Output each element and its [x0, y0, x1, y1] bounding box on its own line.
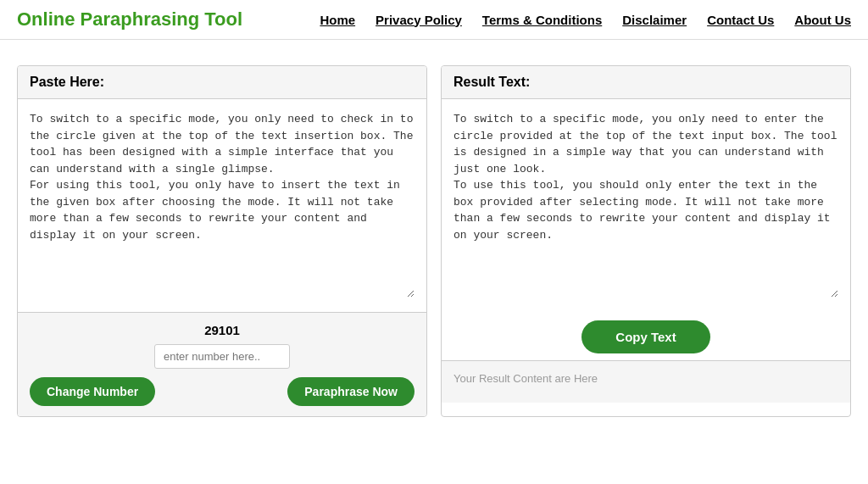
nav-disclaimer[interactable]: Disclaimer: [622, 13, 687, 27]
nav-terms[interactable]: Terms & Conditions: [482, 13, 602, 27]
input-panel: Paste Here: 29101 Change Number Paraphra…: [17, 65, 427, 417]
input-panel-body: [18, 99, 426, 312]
captcha-number: 29101: [30, 323, 415, 337]
result-panel-header: Result Text:: [442, 66, 850, 99]
header: Online Paraphrasing Tool Home Privacy Po…: [0, 0, 868, 40]
main-nav: Home Privacy Policy Terms & Conditions D…: [320, 13, 851, 27]
result-panel-body: [442, 99, 850, 312]
input-panel-footer: 29101 Change Number Paraphrase Now: [18, 312, 426, 416]
copy-button-wrapper: Copy Text: [442, 312, 850, 360]
nav-about[interactable]: About Us: [794, 13, 851, 27]
main-content: Paste Here: 29101 Change Number Paraphra…: [0, 40, 868, 442]
nav-privacy[interactable]: Privacy Policy: [376, 13, 462, 27]
copy-text-button[interactable]: Copy Text: [581, 320, 709, 353]
footer-buttons: Change Number Paraphrase Now: [30, 377, 415, 406]
nav-contact[interactable]: Contact Us: [707, 13, 774, 27]
result-placeholder-text: Your Result Content are Here: [453, 372, 598, 385]
paraphrase-now-button[interactable]: Paraphrase Now: [287, 377, 415, 406]
nav-home[interactable]: Home: [320, 13, 355, 27]
change-number-button[interactable]: Change Number: [30, 377, 155, 406]
captcha-input[interactable]: [154, 344, 290, 369]
result-footer: Your Result Content are Here: [442, 360, 850, 403]
paste-textarea[interactable]: [30, 111, 415, 298]
input-panel-header: Paste Here:: [18, 66, 426, 99]
result-panel: Result Text: Copy Text Your Result Conte…: [441, 65, 851, 417]
result-textarea[interactable]: [453, 111, 838, 298]
site-logo: Online Paraphrasing Tool: [17, 8, 242, 31]
